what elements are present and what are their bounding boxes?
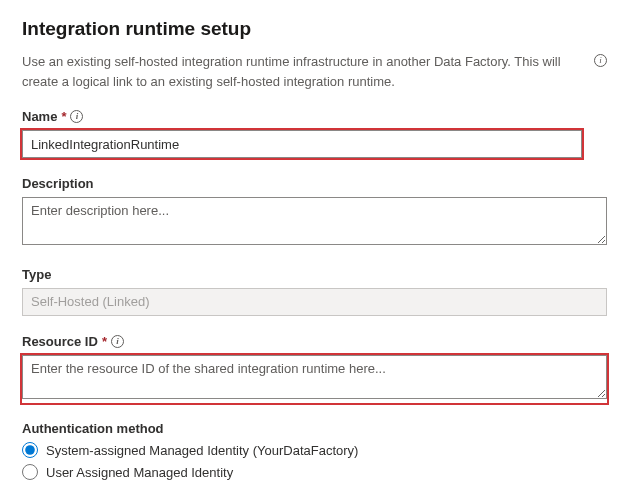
info-icon[interactable]: i bbox=[70, 110, 83, 123]
required-mark: * bbox=[61, 109, 66, 124]
info-icon[interactable]: i bbox=[111, 335, 124, 348]
auth-option-system[interactable]: System-assigned Managed Identity (YourDa… bbox=[22, 442, 607, 458]
field-description: Description bbox=[22, 176, 607, 249]
page-title: Integration runtime setup bbox=[22, 18, 607, 40]
auth-option-user-label: User Assigned Managed Identity bbox=[46, 465, 233, 480]
type-label: Type bbox=[22, 267, 51, 282]
field-resource-id: Resource ID * i bbox=[22, 334, 607, 403]
field-auth-method: Authentication method System-assigned Ma… bbox=[22, 421, 607, 480]
field-type: Type Self-Hosted (Linked) bbox=[22, 267, 607, 316]
type-value: Self-Hosted (Linked) bbox=[22, 288, 607, 316]
page-subtitle: Use an existing self-hosted integration … bbox=[22, 52, 586, 91]
description-label: Description bbox=[22, 176, 94, 191]
field-name: Name * i bbox=[22, 109, 607, 158]
name-input[interactable] bbox=[22, 130, 582, 158]
name-label: Name bbox=[22, 109, 57, 124]
auth-radio-user[interactable] bbox=[22, 464, 38, 480]
resource-id-label: Resource ID bbox=[22, 334, 98, 349]
auth-label: Authentication method bbox=[22, 421, 164, 436]
info-icon[interactable]: i bbox=[594, 54, 607, 67]
resource-id-input[interactable] bbox=[22, 355, 607, 399]
auth-option-user[interactable]: User Assigned Managed Identity bbox=[22, 464, 607, 480]
auth-radio-system[interactable] bbox=[22, 442, 38, 458]
required-mark: * bbox=[102, 334, 107, 349]
auth-option-system-label: System-assigned Managed Identity (YourDa… bbox=[46, 443, 358, 458]
description-input[interactable] bbox=[22, 197, 607, 245]
